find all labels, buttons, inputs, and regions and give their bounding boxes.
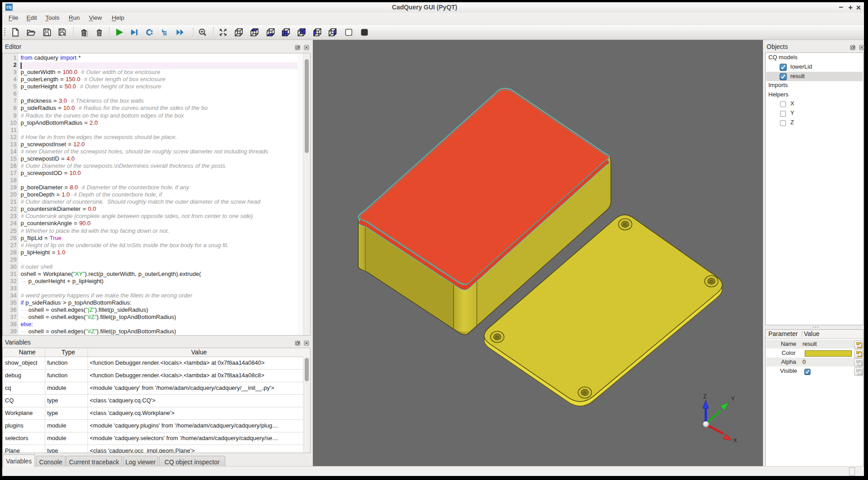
svg-text:Y: Y bbox=[731, 396, 735, 402]
svg-text:Z: Z bbox=[703, 393, 706, 400]
svg-text:X: X bbox=[733, 437, 737, 444]
